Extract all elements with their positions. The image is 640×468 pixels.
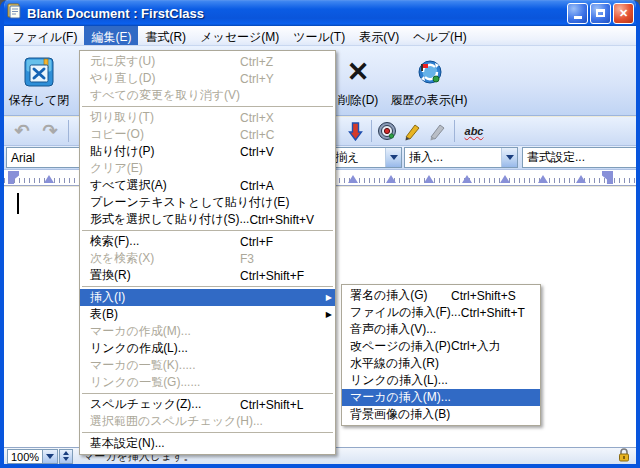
undo-icon[interactable]: ↶ — [10, 120, 34, 142]
highlight-pen-icon[interactable] — [401, 120, 423, 142]
menu-item[interactable]: リンクの一覧(G)...... — [80, 374, 335, 391]
toolbar-separator — [454, 120, 455, 142]
save-close-icon — [22, 52, 56, 92]
align-combo[interactable]: 揃え — [330, 147, 402, 168]
font-combo-value: Arial — [11, 151, 35, 165]
chevron-down-icon[interactable] — [501, 148, 517, 167]
spellcheck-icon[interactable]: abc — [461, 120, 487, 142]
menu-item[interactable]: マーカの一覧(K)..... — [80, 357, 335, 374]
history-label: 履歴の表示(H) — [391, 92, 468, 109]
tab-stop-marker[interactable] — [44, 175, 54, 183]
menu-item[interactable]: 改ページの挿入(P) Ctrl+入力 — [342, 338, 540, 355]
app-window: Blank Document : FirstClass ✕ ファイル(F) 編集… — [0, 0, 640, 468]
menu-item[interactable]: クリア(E) — [80, 160, 335, 177]
close-button[interactable]: ✕ — [613, 3, 634, 24]
toolbar-separator — [68, 120, 69, 142]
titlebar: Blank Document : FirstClass ✕ — [0, 0, 640, 26]
tab-stop-marker[interactable] — [386, 175, 396, 183]
menu-item[interactable]: 検索(F)... Ctrl+F — [80, 233, 335, 250]
menubar-item[interactable]: 編集(E) — [84, 26, 138, 45]
maximize-button[interactable] — [590, 3, 611, 24]
menubar-item[interactable]: ファイル(F) — [6, 26, 84, 45]
document-icon — [6, 3, 22, 23]
menu-item[interactable]: 元に戻す(U) Ctrl+Z — [80, 53, 335, 70]
menu-item[interactable]: 背景画像の挿入(B) — [342, 406, 540, 423]
menu-item[interactable]: 次を検索(X) F3 — [80, 250, 335, 267]
delete-x-icon: ✕ — [347, 52, 370, 92]
menu-item[interactable]: 形式を選択して貼り付け(S)... Ctrl+Shift+V — [80, 211, 335, 228]
lock-icon — [618, 448, 630, 464]
target-icon[interactable] — [376, 120, 398, 142]
menu-item[interactable]: ファイルの挿入(F)... Ctrl+Shift+T — [342, 304, 540, 321]
menu-item[interactable]: 音声の挿入(V)... — [342, 321, 540, 338]
insert-combo-value: 挿入... — [409, 149, 443, 166]
delete-label: 削除(D) — [338, 92, 379, 109]
menu-item[interactable]: すべて選択(A) Ctrl+A — [80, 177, 335, 194]
minimize-button[interactable] — [567, 3, 588, 24]
window-title: Blank Document : FirstClass — [27, 6, 204, 21]
menu-separator — [82, 393, 333, 394]
menu-item[interactable]: 置換(R) Ctrl+Shift+F — [80, 267, 335, 284]
menu-separator — [82, 432, 333, 433]
redo-icon[interactable]: ↷ — [38, 120, 62, 142]
menu-item[interactable]: マーカの挿入(M)... — [342, 389, 540, 406]
move-down-icon[interactable] — [344, 120, 366, 142]
submenu-arrow-icon: ▶ — [322, 293, 332, 302]
align-combo-value: 揃え — [335, 149, 359, 166]
tab-stop-marker[interactable] — [538, 175, 548, 183]
menu-separator — [82, 106, 333, 107]
tab-stop-marker[interactable] — [576, 175, 586, 183]
menu-item[interactable]: 表(B) ▶ — [80, 306, 335, 323]
save-and-close-button[interactable]: 保存して閉 — [6, 52, 72, 109]
delete-button[interactable]: ✕ 削除(D) — [332, 52, 384, 109]
menu-item[interactable]: 選択範囲のスペルチェック(H)... — [80, 413, 335, 430]
menu-item[interactable]: 基本設定(N)... — [80, 435, 335, 452]
zoom-combo[interactable]: 100% — [7, 449, 73, 464]
menubar-item[interactable]: 書式(R) — [138, 26, 193, 45]
menu-item[interactable]: プレーンテキストとして貼り付け(E) — [80, 194, 335, 211]
menubar-item[interactable]: ツール(T) — [286, 26, 352, 45]
window-controls: ✕ — [567, 3, 634, 24]
save-close-label: 保存して閉 — [9, 92, 70, 109]
tab-stop-marker[interactable] — [348, 175, 358, 183]
insert-combo[interactable]: 挿入... — [404, 147, 518, 168]
menubar: ファイル(F) 編集(E) 書式(R) メッセージ(M) ツール(T) 表示(V… — [4, 26, 636, 46]
edit-menu: 元に戻す(U) Ctrl+Z やり直し(D) Ctrl+Y すべての変更を取り消… — [79, 50, 336, 455]
tab-stop-marker[interactable] — [424, 175, 434, 183]
menubar-item[interactable]: 表示(V) — [352, 26, 406, 45]
menu-item[interactable]: マーカの作成(M)... — [80, 323, 335, 340]
chevron-down-icon[interactable] — [385, 148, 401, 167]
insert-submenu: 署名の挿入(G) Ctrl+Shift+S ファイルの挿入(F)... Ctrl… — [341, 284, 541, 426]
menu-separator — [82, 286, 333, 287]
chevron-down-icon[interactable] — [43, 449, 58, 464]
menu-item[interactable]: 切り取り(T) Ctrl+X — [80, 109, 335, 126]
menu-item[interactable]: コピー(O) Ctrl+C — [80, 126, 335, 143]
history-icon — [413, 52, 445, 92]
tab-stop-marker[interactable] — [500, 175, 510, 183]
menu-item[interactable]: リンクの作成(L)... — [80, 340, 335, 357]
pen-disabled-icon[interactable] — [426, 120, 448, 142]
menu-item[interactable]: リンクの挿入(L)... — [342, 372, 540, 389]
toolbar-separator — [371, 120, 372, 142]
zoom-value: 100% — [7, 449, 43, 464]
menu-item[interactable]: 水平線の挿入(R) — [342, 355, 540, 372]
submenu-arrow-icon: ▶ — [322, 310, 332, 319]
menu-item[interactable]: スペルチェック(Z)... Ctrl+Shift+L — [80, 396, 335, 413]
menu-item[interactable]: 署名の挿入(G) Ctrl+Shift+S — [342, 287, 540, 304]
style-combo[interactable]: 書式設定... — [522, 147, 640, 168]
menubar-item[interactable]: ヘルプ(H) — [406, 26, 474, 45]
text-caret — [17, 193, 19, 214]
menu-item[interactable]: 挿入(I) ▶ — [80, 289, 335, 306]
menu-item[interactable]: 貼り付け(P) Ctrl+V — [80, 143, 335, 160]
tab-stop-marker[interactable] — [462, 175, 472, 183]
history-button[interactable]: 履歴の表示(H) — [386, 52, 472, 109]
style-combo-value: 書式設定... — [527, 149, 585, 166]
zoom-spinner[interactable] — [59, 449, 73, 464]
menu-item[interactable]: やり直し(D) Ctrl+Y — [80, 70, 335, 87]
menubar-item[interactable]: メッセージ(M) — [193, 26, 286, 45]
menu-separator — [82, 230, 333, 231]
menu-item[interactable]: すべての変更を取り消す(V) — [80, 87, 335, 104]
